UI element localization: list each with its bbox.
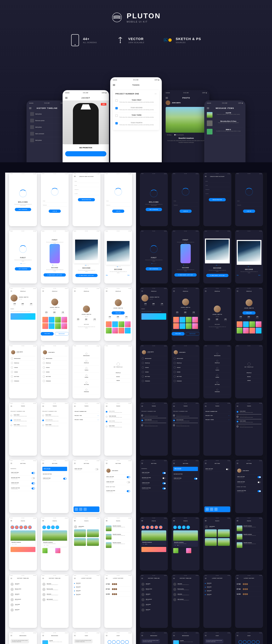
menu-icon[interactable] — [205, 176, 206, 177]
setting-row[interactable]: THIRD SETTINGThink about description — [42, 476, 67, 481]
menu-item[interactable]: MESSAGES — [205, 351, 230, 358]
story-avatar[interactable] — [24, 526, 27, 529]
project-row[interactable]: PROJECT TWO● — [74, 414, 99, 418]
menu-icon[interactable] — [42, 578, 44, 579]
email-field[interactable]: Email — [205, 184, 230, 187]
menu-item[interactable]: PROFILE — [142, 361, 166, 365]
toggle-switch[interactable] — [32, 488, 35, 490]
menu-icon[interactable] — [173, 406, 175, 406]
registration-button[interactable]: REGISTRATION — [209, 198, 226, 201]
toggle-switch[interactable] — [162, 482, 166, 484]
task-row[interactable]: TASK THIRDThink about the relationship b… — [106, 419, 131, 424]
story-avatar[interactable] — [178, 526, 181, 529]
menu-icon[interactable] — [205, 406, 206, 406]
menu-icon[interactable] — [10, 463, 12, 464]
timeline-item[interactable]: Event item08.06.2018 — [205, 582, 230, 586]
toggle-switch[interactable] — [162, 472, 166, 474]
message-button[interactable]: MESSAGE — [55, 332, 69, 336]
menu-icon[interactable] — [142, 520, 143, 522]
checkbox-icon[interactable] — [10, 424, 12, 426]
story-avatar[interactable] — [28, 526, 32, 529]
project-row[interactable]: PROJECT NUMBER ONE› — [74, 410, 99, 414]
task-row[interactable]: TASK SECONDThink about the relationship … — [173, 418, 198, 423]
timeline-item[interactable]: John Smith08.06.2018 — [142, 602, 166, 608]
timeline-item[interactable]: Event item08.06.2018 — [205, 586, 230, 589]
skip-link[interactable]: Skip — [106, 275, 108, 276]
menu-profile[interactable]: JOHN SMITH — [173, 348, 198, 356]
toggle-switch[interactable] — [127, 490, 130, 492]
toggle-switch[interactable] — [258, 481, 261, 483]
timeline-item[interactable]: Anna Post08.06.2018 — [142, 608, 166, 612]
menu-item[interactable]: TASKS — [42, 365, 67, 370]
toggle-switch[interactable] — [194, 478, 198, 480]
email-field[interactable]: Email — [237, 200, 262, 202]
checkbox-icon[interactable] — [42, 415, 44, 416]
menu-icon[interactable] — [173, 578, 175, 579]
task-row[interactable]: TASK THIRDThink about the relationship b… — [142, 423, 166, 428]
toggle-switch[interactable] — [127, 476, 130, 478]
task-row[interactable]: TASK SECONDThink about the relationship … — [142, 418, 166, 423]
menu-icon[interactable] — [237, 578, 238, 579]
story-avatar[interactable] — [10, 526, 14, 529]
checkbox-icon[interactable] — [116, 107, 118, 109]
hour-block[interactable]: 17:00 — [106, 582, 131, 587]
post-row[interactable]: Beautiful meadowsFrom above the relation… — [106, 532, 131, 541]
menu-icon[interactable] — [74, 176, 76, 177]
menu-item[interactable]: SETTING — [173, 374, 198, 379]
toggle-switch[interactable] — [162, 477, 166, 479]
checkbox-icon[interactable] — [106, 416, 108, 418]
menu-icon[interactable] — [237, 406, 238, 406]
menu-icon[interactable] — [142, 463, 143, 464]
menu-icon[interactable] — [173, 635, 175, 636]
post-card[interactable]: Beautiful meadows♡ 56💬 08 — [10, 530, 36, 546]
setting-row[interactable]: FOURTH SETTINGThink about description — [10, 486, 36, 491]
timeline-item[interactable]: John Smith08.06.2018 — [10, 602, 36, 608]
follow-button[interactable]: FOLLOW — [112, 311, 125, 314]
password-field[interactable]: Password — [42, 204, 67, 207]
menu-icon[interactable] — [173, 520, 175, 522]
task-row[interactable]: TASK FIRSTThink about the relationship b… — [237, 410, 262, 414]
setting-row[interactable]: FOURTH SETTINGThink about description — [142, 486, 166, 491]
menu-item[interactable]: SETTING — [10, 374, 36, 379]
login-button[interactable]: LOG IN — [180, 210, 192, 213]
menu-item[interactable]: PROFILE — [173, 361, 198, 365]
selected-setting[interactable]: FIRST SETTINGThink about description — [42, 467, 67, 471]
menu-icon[interactable] — [237, 520, 238, 522]
timeline-item[interactable]: Remove photoThink about the relationship… — [173, 587, 198, 592]
menu-icon[interactable] — [205, 578, 206, 579]
skip-link[interactable]: Skip — [237, 275, 239, 276]
menu-icon[interactable] — [207, 108, 209, 109]
get-started-button[interactable]: GET STARTED — [15, 267, 31, 270]
menu-item[interactable]: FRIENDS — [142, 379, 166, 383]
menu-icon[interactable] — [106, 291, 108, 292]
menu-icon[interactable] — [166, 97, 168, 99]
get-started-button[interactable]: GET STARTED — [146, 208, 162, 211]
checkbox-icon[interactable] — [106, 421, 108, 422]
menu-icon[interactable] — [205, 635, 206, 636]
menu-icon[interactable] — [205, 463, 206, 464]
message-item[interactable]: BMW I3The BMW i3 is B-class high-end plu… — [207, 128, 243, 136]
task-row[interactable]: TASK FIRSTThink about the relationship b… — [173, 413, 198, 418]
menu-icon[interactable] — [74, 578, 76, 579]
timeline-item[interactable]: Add photoThink about the relationship be… — [42, 582, 67, 587]
menu-icon[interactable] — [142, 406, 143, 406]
checkbox-icon[interactable] — [237, 426, 238, 427]
contact-avatar[interactable] — [108, 640, 111, 644]
timeline-item[interactable]: Event item08.06.2018 — [74, 593, 99, 596]
menu-icon[interactable] — [142, 578, 143, 579]
post-thumb[interactable] — [205, 529, 217, 537]
setting-row[interactable]: THIRD SETTINGThink about description — [237, 480, 262, 485]
menu-item[interactable]: FRIENDS — [42, 379, 67, 383]
timeline-item[interactable]: Add comment08.06.2018 — [142, 597, 166, 602]
menu-icon[interactable] — [74, 406, 76, 406]
task-row[interactable]: TASK THIRDThink about the relationship b… — [173, 423, 198, 428]
menu-icon[interactable] — [10, 635, 12, 636]
story-avatar[interactable] — [173, 526, 177, 529]
post-row[interactable]: Beautiful meadowsFrom above the relation… — [106, 541, 131, 549]
menu-icon[interactable] — [74, 463, 76, 464]
setting-row[interactable]: SECOND SETTINGThink about description — [142, 476, 166, 481]
timeline-item[interactable]: Remove photoThink about the relationship… — [42, 587, 67, 592]
menu-icon[interactable] — [237, 291, 238, 292]
story-avatar[interactable] — [150, 526, 154, 529]
menu-item[interactable]: FRIENDS — [173, 379, 198, 383]
